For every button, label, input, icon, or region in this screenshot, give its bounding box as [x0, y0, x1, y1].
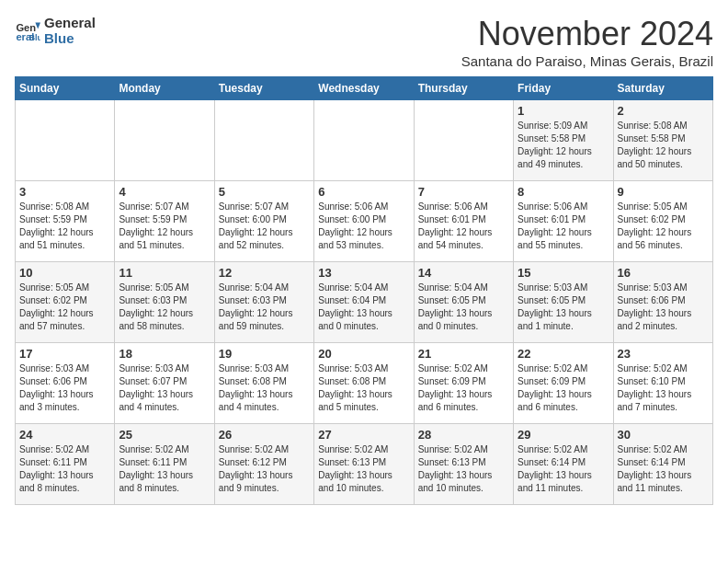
calendar-cell: [414, 100, 513, 181]
day-info: Sunrise: 5:03 AM Sunset: 6:05 PM Dayligh…: [518, 282, 609, 333]
day-number: 15: [518, 266, 609, 280]
day-number: 4: [119, 185, 210, 199]
day-header-sunday: Sunday: [16, 77, 115, 100]
calendar-cell: 5Sunrise: 5:07 AM Sunset: 6:00 PM Daylig…: [214, 181, 313, 262]
day-number: 6: [318, 185, 409, 199]
day-number: 10: [19, 266, 110, 280]
day-number: 27: [318, 428, 409, 442]
day-number: 20: [318, 347, 409, 361]
day-number: 13: [318, 266, 409, 280]
day-number: 26: [219, 428, 310, 442]
calendar-cell: [115, 100, 214, 181]
calendar-cell: 1Sunrise: 5:09 AM Sunset: 5:58 PM Daylig…: [514, 100, 613, 181]
day-info: Sunrise: 5:02 AM Sunset: 6:13 PM Dayligh…: [418, 443, 509, 495]
day-number: 7: [418, 185, 509, 199]
calendar-cell: [214, 100, 313, 181]
day-info: Sunrise: 5:06 AM Sunset: 6:00 PM Dayligh…: [318, 201, 409, 252]
day-info: Sunrise: 5:03 AM Sunset: 6:06 PM Dayligh…: [618, 282, 709, 333]
day-info: Sunrise: 5:08 AM Sunset: 5:59 PM Dayligh…: [19, 201, 110, 252]
calendar-cell: 15Sunrise: 5:03 AM Sunset: 6:05 PM Dayli…: [514, 262, 613, 343]
day-info: Sunrise: 5:03 AM Sunset: 6:06 PM Dayligh…: [19, 362, 110, 414]
day-info: Sunrise: 5:03 AM Sunset: 6:08 PM Dayligh…: [219, 362, 310, 414]
day-number: 9: [618, 185, 709, 199]
logo-general: General: [44, 15, 96, 30]
day-number: 1: [518, 104, 609, 118]
calendar-cell: 18Sunrise: 5:03 AM Sunset: 6:07 PM Dayli…: [115, 343, 214, 424]
calendar-cell: 25Sunrise: 5:02 AM Sunset: 6:11 PM Dayli…: [115, 424, 214, 505]
day-number: 25: [119, 428, 210, 442]
svg-marker-2: [35, 23, 40, 29]
day-info: Sunrise: 5:04 AM Sunset: 6:05 PM Dayligh…: [418, 282, 509, 333]
calendar-cell: 4Sunrise: 5:07 AM Sunset: 5:59 PM Daylig…: [115, 181, 214, 262]
calendar-cell: 8Sunrise: 5:06 AM Sunset: 6:01 PM Daylig…: [514, 181, 613, 262]
calendar-week-row: 3Sunrise: 5:08 AM Sunset: 5:59 PM Daylig…: [16, 181, 713, 262]
calendar-cell: 21Sunrise: 5:02 AM Sunset: 6:09 PM Dayli…: [414, 343, 513, 424]
calendar-cell: 30Sunrise: 5:02 AM Sunset: 6:14 PM Dayli…: [613, 424, 712, 505]
svg-text:Blue: Blue: [28, 33, 40, 42]
calendar-cell: 17Sunrise: 5:03 AM Sunset: 6:06 PM Dayli…: [16, 343, 115, 424]
day-info: Sunrise: 5:03 AM Sunset: 6:07 PM Dayligh…: [119, 362, 210, 414]
day-number: 3: [19, 185, 110, 199]
day-number: 16: [618, 266, 709, 280]
calendar-cell: [314, 100, 414, 181]
day-info: Sunrise: 5:08 AM Sunset: 5:58 PM Dayligh…: [618, 120, 709, 171]
day-number: 30: [618, 428, 709, 442]
day-info: Sunrise: 5:02 AM Sunset: 6:14 PM Dayligh…: [518, 443, 609, 495]
day-number: 22: [518, 347, 609, 361]
logo-icon: Gen eral Blue: [15, 17, 40, 43]
day-number: 24: [19, 428, 110, 442]
logo-blue: Blue: [44, 30, 96, 46]
calendar-cell: 19Sunrise: 5:03 AM Sunset: 6:08 PM Dayli…: [214, 343, 313, 424]
day-info: Sunrise: 5:06 AM Sunset: 6:01 PM Dayligh…: [418, 201, 509, 252]
subtitle: Santana do Paraiso, Minas Gerais, Brazil: [461, 53, 713, 69]
day-header-saturday: Saturday: [613, 77, 712, 100]
day-number: 5: [219, 185, 310, 199]
day-number: 21: [418, 347, 509, 361]
day-number: 19: [219, 347, 310, 361]
calendar-cell: 26Sunrise: 5:02 AM Sunset: 6:12 PM Dayli…: [214, 424, 313, 505]
day-number: 14: [418, 266, 509, 280]
calendar-cell: 9Sunrise: 5:05 AM Sunset: 6:02 PM Daylig…: [613, 181, 712, 262]
day-number: 29: [518, 428, 609, 442]
calendar-cell: 3Sunrise: 5:08 AM Sunset: 5:59 PM Daylig…: [16, 181, 115, 262]
day-number: 17: [19, 347, 110, 361]
day-header-friday: Friday: [514, 77, 613, 100]
day-number: 11: [119, 266, 210, 280]
calendar-cell: 14Sunrise: 5:04 AM Sunset: 6:05 PM Dayli…: [414, 262, 513, 343]
day-info: Sunrise: 5:05 AM Sunset: 6:02 PM Dayligh…: [618, 201, 709, 252]
calendar-week-row: 10Sunrise: 5:05 AM Sunset: 6:02 PM Dayli…: [16, 262, 713, 343]
day-number: 28: [418, 428, 509, 442]
calendar-week-row: 17Sunrise: 5:03 AM Sunset: 6:06 PM Dayli…: [16, 343, 713, 424]
calendar-cell: 13Sunrise: 5:04 AM Sunset: 6:04 PM Dayli…: [314, 262, 414, 343]
calendar-cell: 11Sunrise: 5:05 AM Sunset: 6:03 PM Dayli…: [115, 262, 214, 343]
header: Gen eral Blue General Blue November 2024…: [15, 15, 713, 69]
day-info: Sunrise: 5:04 AM Sunset: 6:03 PM Dayligh…: [219, 282, 310, 333]
day-info: Sunrise: 5:02 AM Sunset: 6:09 PM Dayligh…: [518, 362, 609, 414]
title-area: November 2024 Santana do Paraiso, Minas …: [461, 15, 713, 69]
day-info: Sunrise: 5:02 AM Sunset: 6:11 PM Dayligh…: [119, 443, 210, 495]
calendar-cell: 24Sunrise: 5:02 AM Sunset: 6:11 PM Dayli…: [16, 424, 115, 505]
calendar-cell: 6Sunrise: 5:06 AM Sunset: 6:00 PM Daylig…: [314, 181, 414, 262]
calendar-week-row: 1Sunrise: 5:09 AM Sunset: 5:58 PM Daylig…: [16, 100, 713, 181]
day-number: 12: [219, 266, 310, 280]
day-info: Sunrise: 5:07 AM Sunset: 5:59 PM Dayligh…: [119, 201, 210, 252]
calendar-cell: [16, 100, 115, 181]
calendar-cell: 28Sunrise: 5:02 AM Sunset: 6:13 PM Dayli…: [414, 424, 513, 505]
calendar-body: 1Sunrise: 5:09 AM Sunset: 5:58 PM Daylig…: [16, 100, 713, 505]
month-title: November 2024: [461, 15, 713, 53]
calendar-cell: 10Sunrise: 5:05 AM Sunset: 6:02 PM Dayli…: [16, 262, 115, 343]
day-info: Sunrise: 5:04 AM Sunset: 6:04 PM Dayligh…: [318, 282, 409, 333]
day-info: Sunrise: 5:09 AM Sunset: 5:58 PM Dayligh…: [518, 120, 609, 171]
calendar-table: SundayMondayTuesdayWednesdayThursdayFrid…: [15, 76, 713, 505]
day-info: Sunrise: 5:07 AM Sunset: 6:00 PM Dayligh…: [219, 201, 310, 252]
day-info: Sunrise: 5:02 AM Sunset: 6:10 PM Dayligh…: [618, 362, 709, 414]
day-info: Sunrise: 5:02 AM Sunset: 6:13 PM Dayligh…: [318, 443, 409, 495]
calendar-cell: 23Sunrise: 5:02 AM Sunset: 6:10 PM Dayli…: [613, 343, 712, 424]
calendar-cell: 16Sunrise: 5:03 AM Sunset: 6:06 PM Dayli…: [613, 262, 712, 343]
calendar-cell: 27Sunrise: 5:02 AM Sunset: 6:13 PM Dayli…: [314, 424, 414, 505]
day-info: Sunrise: 5:05 AM Sunset: 6:02 PM Dayligh…: [19, 282, 110, 333]
day-info: Sunrise: 5:05 AM Sunset: 6:03 PM Dayligh…: [119, 282, 210, 333]
calendar-week-row: 24Sunrise: 5:02 AM Sunset: 6:11 PM Dayli…: [16, 424, 713, 505]
day-number: 8: [518, 185, 609, 199]
day-number: 23: [618, 347, 709, 361]
